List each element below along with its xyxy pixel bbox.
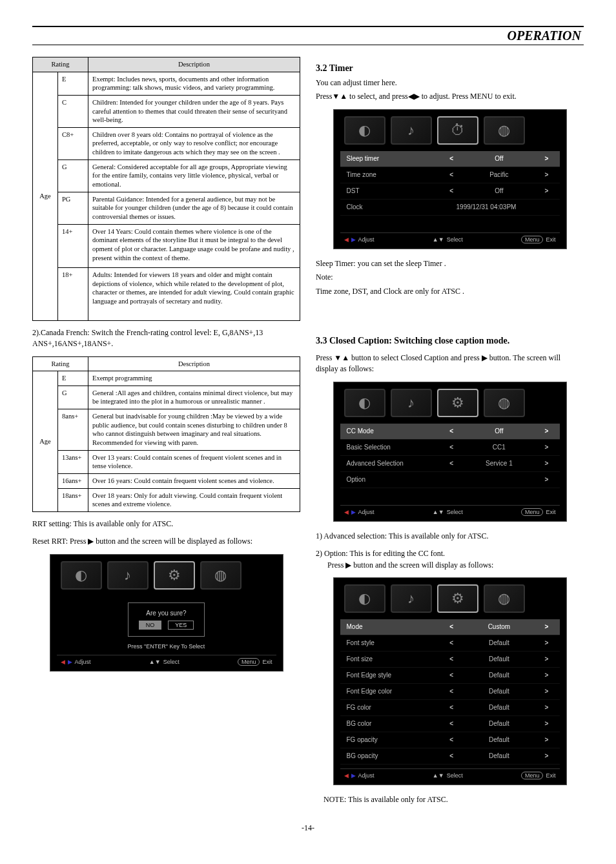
chevron-right-icon[interactable]: > — [540, 155, 553, 162]
tab-picture-icon[interactable]: ◐ — [344, 389, 385, 417]
osd-row-label: Option — [347, 476, 446, 483]
tab-timer-icon[interactable]: ⏱ — [437, 116, 478, 145]
chevron-left-icon[interactable]: < — [445, 623, 458, 630]
chevron-right-icon[interactable]: > — [540, 476, 553, 483]
chevron-right-icon[interactable]: > — [540, 444, 553, 451]
tab-setup-icon[interactable]: ⚙ — [437, 584, 478, 613]
tab-audio-icon[interactable]: ♪ — [391, 116, 432, 145]
osd-row[interactable]: Option > — [340, 472, 560, 488]
cc-title: 3.3 Closed Caption: Switching close capt… — [316, 336, 584, 346]
osd-row-label: Font size — [347, 655, 446, 663]
osd-row[interactable]: FG color<Default> — [340, 700, 560, 716]
rating-table-1: Rating Description Age E Exempt: Include… — [32, 57, 300, 321]
chevron-left-icon[interactable]: < — [445, 688, 458, 695]
menu-button[interactable]: Menu — [521, 508, 544, 516]
tab-picture-icon[interactable]: ◐ — [344, 584, 385, 613]
osd-row-value: Default — [458, 736, 540, 743]
menu-button[interactable]: Menu — [521, 236, 544, 243]
chevron-left-icon[interactable]: < — [445, 672, 458, 679]
chevron-left-icon[interactable]: < — [445, 720, 458, 727]
reset-rrt-osd: ◐ ♪ ⚙ ◍ Are you sure? NO YES Press "ENTE… — [50, 554, 283, 672]
up-down-icon: ▲▼ — [433, 236, 444, 243]
osd-footer: ◀▶ Adjust ▲▼ Select Menu Exit — [340, 232, 560, 243]
tab-channel-icon[interactable]: ◍ — [484, 116, 525, 145]
chevron-right-icon[interactable]: > — [540, 672, 553, 679]
chevron-right-icon[interactable]: > — [540, 639, 553, 646]
osd-row[interactable]: CC Mode<Off> — [340, 424, 560, 440]
osd-footer: ◀▶ Adjust ▲▼ Select Menu Exit — [340, 505, 560, 516]
chevron-right-icon[interactable]: > — [540, 655, 553, 663]
option-text2: Press ▶ button and the screen will displ… — [327, 560, 584, 571]
tab-channel-icon[interactable]: ◍ — [484, 584, 525, 613]
t1-head-rating: Rating — [33, 57, 88, 72]
menu-button[interactable]: Menu — [238, 658, 260, 666]
tab-audio-icon[interactable]: ♪ — [107, 561, 149, 590]
chevron-left-icon[interactable]: < — [445, 460, 458, 467]
t2-head-desc: Description — [88, 356, 300, 371]
chevron-right-icon[interactable]: > — [540, 736, 553, 743]
tab-setup-icon[interactable]: ⚙ — [154, 561, 195, 590]
osd-row[interactable]: Clock1999/12/31 04:03PM — [340, 200, 560, 216]
osd-row-value: CC1 — [458, 444, 540, 451]
osd-row-value: Default — [458, 655, 540, 663]
tab-audio-icon[interactable]: ♪ — [391, 584, 432, 613]
osd-row[interactable]: Advanced Selection<Service 1> — [340, 456, 560, 472]
sleep-note2: Note: — [316, 272, 584, 283]
left-arrow-icon: ◀ — [344, 236, 349, 243]
tab-audio-icon[interactable]: ♪ — [391, 389, 432, 417]
chevron-left-icon[interactable]: < — [445, 155, 458, 162]
chevron-right-icon[interactable]: > — [540, 688, 553, 695]
tab-channel-icon[interactable]: ◍ — [484, 389, 525, 417]
osd-row[interactable]: Font style<Default> — [340, 635, 560, 652]
chevron-left-icon[interactable]: < — [445, 187, 458, 194]
osd-row[interactable]: Basic Selection<CC1> — [340, 440, 560, 456]
osd-row[interactable]: BG opacity<Default> — [340, 748, 560, 765]
osd-row-label: CC Mode — [347, 427, 446, 435]
osd-row[interactable]: FG opacity<Default> — [340, 732, 560, 748]
chevron-left-icon[interactable]: < — [445, 427, 458, 435]
chevron-left-icon[interactable]: < — [445, 171, 458, 178]
osd-row[interactable]: Mode<Custom> — [340, 619, 560, 635]
osd-row[interactable]: Font Edge color<Default> — [340, 684, 560, 700]
osd-row[interactable]: Font size<Default> — [340, 652, 560, 668]
menu-button[interactable]: Menu — [521, 772, 544, 779]
tab-picture-icon[interactable]: ◐ — [344, 116, 385, 145]
osd-row-label: Font Edge color — [347, 688, 446, 695]
chevron-right-icon[interactable]: > — [540, 171, 553, 178]
osd-row[interactable]: Font Edge style<Default> — [340, 668, 560, 684]
tab-setup-icon[interactable]: ⚙ — [437, 389, 478, 417]
osd-row[interactable]: Time zone<Pacific> — [340, 167, 560, 183]
osd-row-value: Default — [458, 720, 540, 727]
left-arrow-icon: ◀ — [344, 509, 349, 515]
chevron-right-icon[interactable]: > — [540, 427, 553, 435]
yes-button[interactable]: YES — [168, 621, 194, 630]
chevron-left-icon[interactable]: < — [445, 704, 458, 711]
confirm-box: Are you sure? NO YES — [128, 602, 205, 637]
chevron-left-icon[interactable]: < — [445, 736, 458, 743]
osd-row[interactable]: Sleep timer<Off> — [340, 151, 560, 167]
chevron-left-icon[interactable]: < — [445, 752, 458, 759]
chevron-left-icon[interactable]: < — [445, 444, 458, 451]
chevron-right-icon[interactable]: > — [540, 460, 553, 467]
osd-row[interactable]: DST<Off> — [340, 183, 560, 200]
chevron-right-icon[interactable]: > — [540, 720, 553, 727]
osd-row-label: Font style — [347, 639, 446, 646]
up-down-icon: ▲▼ — [149, 659, 161, 665]
left-arrow-icon: ◀ — [61, 659, 65, 665]
rrt-text: RRT setting: This is available only for … — [32, 519, 300, 530]
header-bar: OPERATION — [32, 26, 584, 45]
timer-title: 3.2 Timer — [316, 63, 584, 74]
no-button[interactable]: NO — [139, 621, 162, 630]
chevron-right-icon[interactable]: > — [540, 704, 553, 711]
sleep-note3: Time zone, DST, and Clock are only for A… — [316, 286, 584, 297]
chevron-right-icon[interactable]: > — [540, 752, 553, 759]
osd-row[interactable]: BG color<Default> — [340, 716, 560, 732]
chevron-left-icon[interactable]: < — [445, 655, 458, 663]
confirm-msg: Are you sure? — [139, 610, 194, 617]
chevron-left-icon[interactable]: < — [445, 639, 458, 646]
tab-picture-icon[interactable]: ◐ — [61, 561, 102, 590]
tab-channel-icon[interactable]: ◍ — [200, 561, 241, 590]
chevron-right-icon[interactable]: > — [540, 623, 553, 630]
chevron-right-icon[interactable]: > — [540, 187, 553, 194]
osd-row-value: Default — [458, 639, 540, 646]
